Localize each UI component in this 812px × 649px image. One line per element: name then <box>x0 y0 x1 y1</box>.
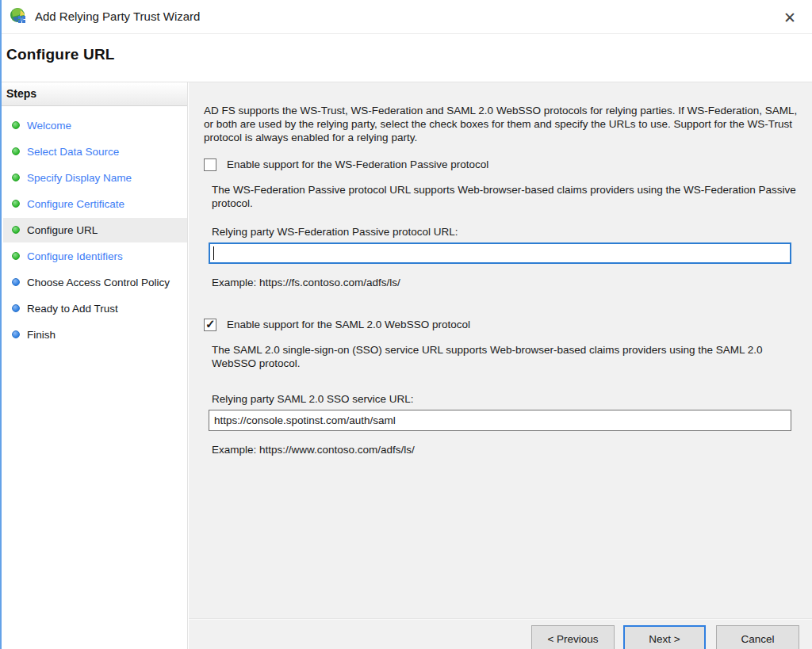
wsfed-checkbox[interactable] <box>204 158 216 171</box>
footer-separator <box>189 618 812 620</box>
window-left-edge <box>0 0 2 649</box>
step-status-icon <box>12 304 20 312</box>
intro-text: AD FS supports the WS-Trust, WS-Federati… <box>204 104 802 144</box>
titlebar: Add Relying Party Trust Wizard ✕ <box>0 0 812 34</box>
step-status-icon <box>12 278 20 286</box>
wsfed-description: The WS-Federation Passive protocol URL s… <box>212 183 800 210</box>
step-label: Choose Access Control Policy <box>27 276 170 289</box>
step-finish[interactable]: Finish <box>3 323 187 347</box>
step-status-icon <box>12 121 20 129</box>
adfs-wizard-icon <box>10 7 29 26</box>
saml-example-text: Example: https://www.contoso.com/adfs/ls… <box>212 443 802 456</box>
page-title: Configure URL <box>6 46 115 63</box>
step-label: Configure URL <box>27 223 98 237</box>
window-title: Add Relying Party Trust Wizard <box>35 10 200 23</box>
wsfed-url-input-wrap <box>209 242 791 264</box>
wizard-content: Steps Welcome Select Data Source Specify… <box>0 82 812 649</box>
step-label: Specify Display Name <box>27 171 132 185</box>
step-label: Ready to Add Trust <box>27 302 118 315</box>
step-label: Configure Identifiers <box>27 250 123 263</box>
step-specify-display-name[interactable]: Specify Display Name <box>3 166 187 190</box>
step-status-icon <box>12 174 20 181</box>
saml-url-input-wrap <box>209 410 791 431</box>
step-label: Welcome <box>27 119 71 132</box>
step-status-icon <box>12 147 20 155</box>
close-button[interactable]: ✕ <box>779 6 801 29</box>
text-caret <box>213 246 214 260</box>
steps-list: Welcome Select Data Source Specify Displ… <box>0 106 187 347</box>
wsfed-checkbox-row[interactable]: Enable support for the WS-Federation Pas… <box>204 158 802 171</box>
saml-url-label: Relying party SAML 2.0 SSO service URL: <box>212 392 802 406</box>
step-status-icon <box>12 330 20 338</box>
saml-url-input[interactable] <box>209 410 791 431</box>
step-ready-to-add-trust[interactable]: Ready to Add Trust <box>3 296 187 321</box>
previous-button[interactable]: < Previous <box>531 625 615 649</box>
cancel-button[interactable]: Cancel <box>716 625 799 649</box>
step-status-icon <box>12 226 20 234</box>
step-status-icon <box>12 200 20 208</box>
step-label: Finish <box>27 328 56 342</box>
footer-button-bar: < Previous Next > Cancel <box>0 625 812 649</box>
main-pane: AD FS supports the WS-Trust, WS-Federati… <box>189 82 812 649</box>
step-label: Configure Certificate <box>27 197 124 211</box>
step-configure-url[interactable]: Configure URL <box>3 218 187 242</box>
step-configure-identifiers[interactable]: Configure Identifiers <box>3 244 187 269</box>
saml-checkbox[interactable] <box>204 319 216 331</box>
saml-description: The SAML 2.0 single-sign-on (SSO) servic… <box>212 343 800 370</box>
saml-checkbox-label[interactable]: Enable support for the SAML 2.0 WebSSO p… <box>227 318 470 331</box>
next-button[interactable]: Next > <box>623 625 706 649</box>
step-label: Select Data Source <box>27 145 119 158</box>
step-welcome[interactable]: Welcome <box>3 113 187 138</box>
wsfed-url-input[interactable] <box>209 242 791 264</box>
step-status-icon <box>12 252 20 260</box>
wsfed-url-label: Relying party WS-Federation Passive prot… <box>212 225 802 239</box>
steps-sidebar: Steps Welcome Select Data Source Specify… <box>0 82 188 649</box>
step-configure-certificate[interactable]: Configure Certificate <box>3 192 187 216</box>
close-icon: ✕ <box>783 9 796 26</box>
step-choose-access-control-policy[interactable]: Choose Access Control Policy <box>3 270 187 295</box>
steps-header: Steps <box>0 82 187 106</box>
wsfed-example-text: Example: https://fs.contoso.com/adfs/ls/ <box>212 276 802 289</box>
wsfed-checkbox-label[interactable]: Enable support for the WS-Federation Pas… <box>227 158 488 171</box>
saml-checkbox-row[interactable]: Enable support for the SAML 2.0 WebSSO p… <box>204 318 802 331</box>
step-select-data-source[interactable]: Select Data Source <box>3 139 187 164</box>
